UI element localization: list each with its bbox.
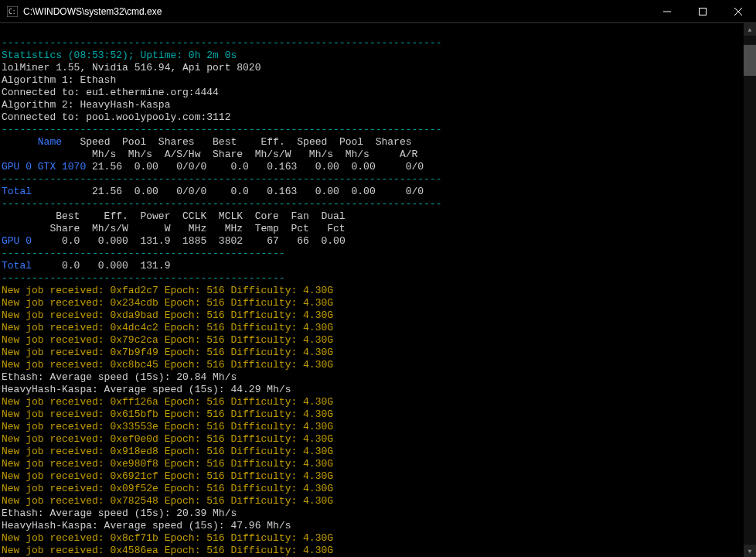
total-row2: 0.0 0.000 131.9 — [32, 260, 170, 272]
miner-line: lolMiner 1.55, Nvidia 516.94, Api port 8… — [2, 62, 261, 73]
conn1-line: Connected to: eu1.ethermine.org:4444 — [2, 87, 219, 98]
separator: ----------------------------------------… — [2, 198, 442, 210]
titlebar: C: C:\WINDOWS\system32\cmd.exe — [0, 0, 756, 23]
job-line: New job received: 0x6921cf Epoch: 516 Di… — [2, 470, 333, 482]
job-line: New job received: 0x4dc4c2 Epoch: 516 Di… — [2, 322, 333, 333]
algo1-line: Algorithm 1: Ethash — [2, 74, 116, 86]
gpu0-label: GPU 0 GTX 1070 — [2, 161, 86, 173]
heavyhash-speed: HeavyHash-Kaspa: Average speed (15s): 47… — [2, 520, 291, 531]
separator-short: ----------------------------------------… — [2, 248, 285, 259]
separator-short: ----------------------------------------… — [2, 272, 285, 284]
table1-units: Mh/s Mh/s A/S/Hw Share Mh/s/W Mh/s Mh/s … — [2, 149, 417, 160]
heavyhash-speed: HeavyHash-Kaspa: Average speed (15s): 44… — [2, 384, 291, 395]
job-line: New job received: 0xe980f8 Epoch: 516 Di… — [2, 458, 333, 470]
gpu0-label2: GPU 0 — [2, 235, 32, 247]
separator: ----------------------------------------… — [2, 173, 442, 185]
table2-headers: Best Eff. Power CCLK MCLK Core Fan Dual — [2, 210, 346, 222]
job-line: New job received: 0x918ed8 Epoch: 516 Di… — [2, 446, 333, 457]
col-name: Name — [38, 136, 62, 148]
scrollbar-thumb[interactable] — [744, 45, 756, 76]
terminal-content[interactable]: ----------------------------------------… — [0, 23, 756, 557]
job-line: New job received: 0x615bfb Epoch: 516 Di… — [2, 408, 333, 420]
stats-line: Statistics (08:53:52); Uptime: 0h 2m 0s — [2, 50, 237, 61]
ethash-speed: Ethash: Average speed (15s): 20.84 Mh/s — [2, 371, 237, 383]
job-line: New job received: 0x234cdb Epoch: 516 Di… — [2, 297, 333, 309]
job-line: New job received: 0x7b9f49 Epoch: 516 Di… — [2, 347, 333, 358]
job-line: New job received: 0xff126a Epoch: 516 Di… — [2, 396, 333, 408]
job-line: New job received: 0xef0e0d Epoch: 516 Di… — [2, 433, 333, 445]
scroll-down-arrow[interactable]: ▼ — [744, 545, 756, 557]
separator: ----------------------------------------… — [2, 37, 442, 49]
cmd-icon: C: — [6, 5, 19, 18]
job-line: New job received: 0x79c2ca Epoch: 516 Di… — [2, 334, 333, 346]
separator: ----------------------------------------… — [2, 124, 442, 135]
job-line: New job received: 0xda9bad Epoch: 516 Di… — [2, 309, 333, 321]
ethash-speed: Ethash: Average speed (15s): 20.39 Mh/s — [2, 507, 237, 519]
conn2-line: Connected to: pool.woolypooly.com:3112 — [2, 111, 230, 123]
total-label: Total — [2, 260, 32, 272]
minimize-button[interactable] — [649, 0, 685, 22]
algo2-line: Algorithm 2: HeavyHash-Kaspa — [2, 99, 170, 111]
job-line: New job received: 0x4586ea Epoch: 516 Di… — [2, 545, 333, 556]
window-controls — [649, 0, 756, 22]
close-button[interactable] — [720, 0, 756, 22]
total-label: Total — [2, 186, 32, 197]
job-line: New job received: 0x8cf71b Epoch: 516 Di… — [2, 532, 333, 544]
svg-rect-3 — [700, 8, 707, 15]
gpu0-row: 21.56 0.00 0/0/0 0.0 0.163 0.00 0.00 0/0 — [86, 161, 424, 173]
job-line: New job received: 0x33553e Epoch: 516 Di… — [2, 421, 333, 432]
total-row1: 21.56 0.00 0/0/0 0.0 0.163 0.00 0.00 0/0 — [32, 186, 424, 197]
job-line: New job received: 0x09f52e Epoch: 516 Di… — [2, 483, 333, 494]
job-line: New job received: 0xc8bc45 Epoch: 516 Di… — [2, 359, 333, 371]
table2-units: Share Mh/s/W W MHz MHz Temp Pct Fct — [2, 223, 346, 234]
scrollbar-track[interactable] — [744, 36, 756, 545]
job-line: New job received: 0xfad2c7 Epoch: 516 Di… — [2, 285, 333, 296]
gpu0-row2: 0.0 0.000 131.9 1885 3802 67 66 0.00 — [32, 235, 346, 247]
job-line: New job received: 0x782548 Epoch: 516 Di… — [2, 495, 333, 507]
scrollbar[interactable]: ▲ ▼ — [744, 23, 756, 557]
svg-text:C:: C: — [9, 9, 16, 15]
scroll-up-arrow[interactable]: ▲ — [744, 23, 756, 36]
maximize-button[interactable] — [685, 0, 720, 22]
window-title: C:\WINDOWS\system32\cmd.exe — [23, 6, 649, 17]
table1-headers: Speed Pool Shares Best Eff. Speed Pool S… — [62, 136, 411, 148]
